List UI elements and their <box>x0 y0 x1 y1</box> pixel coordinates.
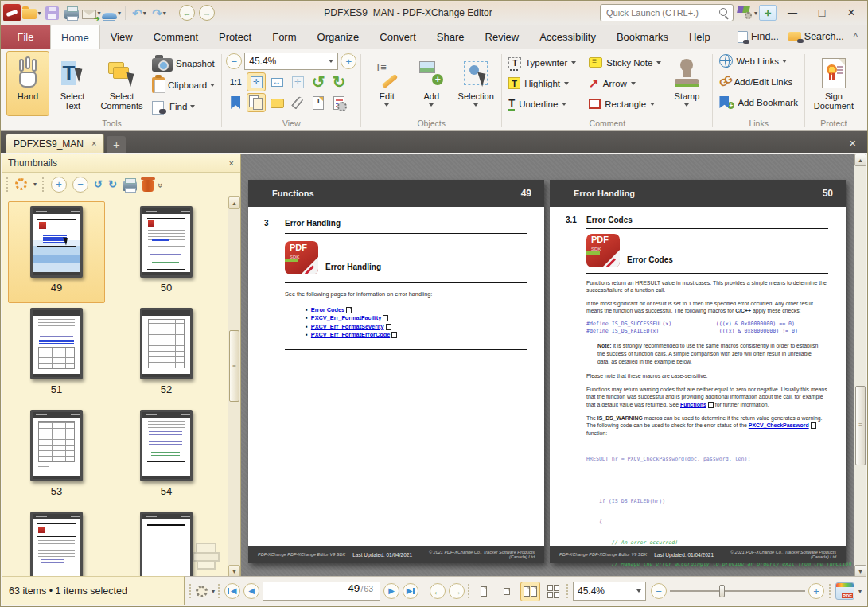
xref-page-icon[interactable] <box>383 315 388 321</box>
ui-options-button[interactable]: ▾ <box>738 2 757 23</box>
menu-tab-convert[interactable]: Convert <box>369 25 426 49</box>
doc-link[interactable]: PXCV_Err_FormatErrorCode <box>311 331 390 340</box>
zoom-in-button-bottom[interactable]: + <box>808 583 824 599</box>
document-scrollbar[interactable]: ▲ ≡ ▼ <box>854 154 866 578</box>
two-page-layout-button[interactable] <box>520 582 540 601</box>
sign-document-button[interactable]: Sign Document <box>809 51 858 116</box>
xref-page-icon[interactable] <box>708 402 714 408</box>
scroll-up-button[interactable]: ▲ <box>228 196 240 209</box>
next-view-button[interactable]: → <box>449 583 465 599</box>
close-button[interactable]: × <box>837 2 866 23</box>
arrow-button[interactable]: ↗Arrow <box>586 73 664 93</box>
rotate-cw-button[interactable]: ↻ <box>329 72 348 91</box>
rotate-ccw-90-button[interactable]: ↺ <box>94 178 103 190</box>
underline-button[interactable]: TUnderline <box>506 94 578 114</box>
fit-page-button[interactable] <box>247 72 266 91</box>
search-button[interactable]: Search... <box>788 31 844 42</box>
thumbnails-pane-button[interactable] <box>247 93 266 112</box>
menu-tab-accessibility[interactable]: Accessibility <box>529 25 606 49</box>
menu-tab-organize[interactable]: Organize <box>307 25 370 49</box>
fields-pane-button[interactable] <box>309 93 328 112</box>
print-button[interactable] <box>62 2 81 23</box>
doc-link[interactable]: PXCV_Err_FormatFacility <box>311 314 381 323</box>
pdf-compatibility-button[interactable] <box>835 582 854 600</box>
thumbnail-page-52[interactable]: 52 <box>118 303 215 405</box>
menu-tab-file[interactable]: File <box>1 25 50 49</box>
more-tools-button[interactable]: » <box>156 182 165 185</box>
tab-close-icon[interactable]: × <box>91 139 96 148</box>
xref-page-icon[interactable] <box>391 332 397 338</box>
nav-options-button[interactable] <box>196 586 208 597</box>
thumbnail-page-49[interactable]: 49 <box>8 201 105 303</box>
doc-link[interactable]: Functions <box>680 402 706 407</box>
thumbnail-page-53[interactable]: 53 <box>8 405 105 507</box>
history-back-button[interactable]: ← <box>177 2 197 23</box>
sticky-note-button[interactable]: Sticky Note <box>586 53 664 72</box>
last-page-button[interactable]: ▶ <box>403 583 418 599</box>
menu-tab-bookmarks[interactable]: Bookmarks <box>606 25 679 49</box>
menu-tab-view[interactable]: View <box>100 25 143 49</box>
menu-tab-share[interactable]: Share <box>426 25 475 49</box>
web-links-button[interactable]: Web Links <box>717 51 788 71</box>
find-tool-button[interactable]: Find <box>150 96 217 116</box>
new-tab-button[interactable]: + <box>107 136 126 153</box>
thumbnail-page-51[interactable]: 51 <box>8 303 105 405</box>
undo-button[interactable]: ↶▾ <box>130 2 149 23</box>
zoom-out-button-bottom[interactable]: − <box>651 583 667 599</box>
previous-view-button[interactable]: ← <box>430 583 446 599</box>
minimize-button[interactable]: — <box>778 2 807 23</box>
menu-tab-review[interactable]: Review <box>475 25 530 49</box>
rotate-cw-90-button[interactable]: ↻ <box>108 178 117 190</box>
thumbnail-page-55[interactable] <box>8 507 105 578</box>
zoom-in-button[interactable]: + <box>341 53 356 69</box>
doc-link[interactable]: PXCV_Err_FormatSeverity <box>311 323 384 332</box>
zoom-level-combo-bottom[interactable]: 45.4% <box>573 582 646 601</box>
clipboard-button[interactable]: Clipboard <box>150 75 217 95</box>
continuous-layout-button[interactable] <box>497 582 517 601</box>
highlight-button[interactable]: THighlight <box>506 73 578 93</box>
two-page-continuous-button[interactable] <box>543 582 563 601</box>
zoom-out-button[interactable]: − <box>226 53 242 69</box>
thumbnails-scrollbar[interactable]: ▲ ≡ ▼ <box>228 196 240 578</box>
app-icon[interactable] <box>2 2 21 23</box>
scan-button[interactable]: ▾ <box>102 2 121 23</box>
snapshot-button[interactable]: Snapshot <box>150 53 217 73</box>
next-page-button[interactable]: ▶ <box>383 583 399 599</box>
thumb-zoom-in-button[interactable]: + <box>51 177 67 193</box>
bookmarks-pane-button[interactable] <box>226 93 245 112</box>
open-button[interactable]: ▾ <box>22 2 41 23</box>
panel-close-button[interactable]: × <box>229 158 234 168</box>
doc-link[interactable]: PXCV_CheckPassword <box>749 422 809 428</box>
doc-link[interactable]: Error Codes <box>311 306 344 315</box>
print-pages-button[interactable] <box>123 181 137 191</box>
select-comments-button[interactable]: Select Comments <box>95 51 148 116</box>
content-pane-button[interactable] <box>329 93 348 112</box>
quick-launch-input[interactable] <box>605 7 719 18</box>
first-page-button[interactable]: ◀ <box>224 583 240 599</box>
menu-tab-comment[interactable]: Comment <box>143 25 208 49</box>
history-forward-button[interactable]: → <box>197 2 216 23</box>
close-document-button[interactable]: × <box>843 136 862 153</box>
typewriter-button[interactable]: TTypewriter <box>506 53 578 72</box>
add-objects-button[interactable]: + Add <box>410 51 453 116</box>
fit-width-button[interactable] <box>267 72 286 91</box>
zoom-level-combo[interactable]: 45.4% <box>244 53 338 70</box>
zoom-slider-track[interactable] <box>670 590 805 592</box>
menu-tab-form[interactable]: Form <box>262 25 306 49</box>
xref-page-icon[interactable] <box>346 307 352 313</box>
thumbnail-page-50[interactable]: 50 <box>118 201 215 303</box>
maximize-button[interactable]: □ <box>808 2 836 23</box>
thumb-zoom-out-button[interactable]: − <box>72 177 88 193</box>
zoom-slider-handle[interactable] <box>719 585 725 597</box>
scrollbar-thumb[interactable]: ≡ <box>229 330 239 402</box>
delete-pages-button[interactable] <box>142 180 154 192</box>
thumbnails-options-button[interactable] <box>15 178 27 190</box>
hand-tool-button[interactable]: Hand <box>6 51 49 116</box>
xref-page-icon[interactable] <box>386 324 391 330</box>
actual-size-button[interactable]: 1:1 <box>226 72 245 91</box>
menu-tab-home[interactable]: Home <box>50 25 100 49</box>
full-screen-button[interactable]: ✛ <box>758 2 777 23</box>
select-text-button[interactable]: T Select Text <box>51 51 94 116</box>
scrollbar-track[interactable]: ≡ <box>854 166 866 565</box>
edit-objects-button[interactable]: Edit <box>365 51 408 116</box>
